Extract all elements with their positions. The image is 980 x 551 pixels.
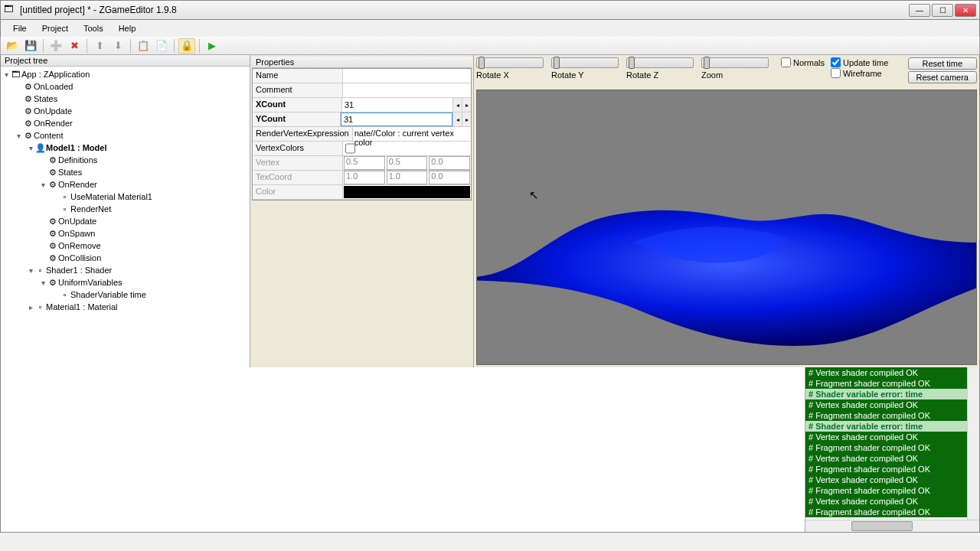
- wireframe-checkbox[interactable]: [831, 68, 841, 78]
- prop-rve-label: RenderVertexExpression: [253, 127, 353, 141]
- log-line: # Fragment shader compiled OK: [805, 464, 967, 474]
- menu-tools[interactable]: Tools: [76, 22, 111, 34]
- log-vscrollbar[interactable]: [967, 367, 979, 520]
- tree-item[interactable]: ⚙States: [2, 93, 248, 105]
- prop-comment-input[interactable]: [343, 83, 471, 97]
- tree-icon: ⚙: [47, 241, 58, 251]
- toolbar: 📂 💾 ➕ ✖ ⬆ ⬇ 📋 📄 🔒 ▶: [0, 37, 980, 55]
- tree-icon: ⚙: [47, 253, 58, 263]
- ycount-down-button[interactable]: ◂: [452, 112, 462, 126]
- bottom-left-pane[interactable]: [1, 367, 805, 532]
- lock-icon[interactable]: 🔒: [178, 38, 195, 54]
- tree-item[interactable]: ⚙OnLoaded: [2, 80, 248, 93]
- viewport-3d[interactable]: ↖: [476, 90, 977, 365]
- tree-icon: ⚙: [22, 119, 34, 129]
- tree-item[interactable]: ⚙OnCollision: [2, 252, 248, 264]
- expander-icon[interactable]: ▾: [39, 279, 47, 287]
- view3d-pane: Rotate X Rotate Y Rotate Z Zoom Normals …: [474, 55, 979, 367]
- prop-texcoord-y[interactable]: 1.0: [387, 171, 428, 184]
- tree-icon: ▫: [34, 266, 46, 275]
- prop-vertex-z[interactable]: 0.0: [429, 156, 470, 170]
- up-icon: ⬆: [91, 38, 108, 54]
- tree-item[interactable]: ▾▫Shader1 : Shader: [2, 264, 248, 276]
- tree-item[interactable]: ⚙Definitions: [2, 154, 248, 166]
- menu-help[interactable]: Help: [111, 22, 144, 34]
- update-time-checkbox[interactable]: [831, 57, 841, 67]
- prop-rve-value[interactable]: nate//Color : current vertex color: [353, 127, 471, 141]
- tree-icon: ⚙: [47, 229, 58, 239]
- xcount-down-button[interactable]: ◂: [452, 98, 462, 112]
- tree-label: OnRender: [58, 180, 97, 189]
- rotate-y-slider[interactable]: [551, 57, 619, 68]
- tree-item[interactable]: ⚙States: [2, 166, 248, 178]
- tree-item[interactable]: ▾⚙Content: [2, 129, 248, 142]
- prop-vertexcolors-checkbox[interactable]: [345, 143, 355, 154]
- tree-item[interactable]: ▾👤Model1 : Model: [2, 142, 248, 154]
- prop-name-label: Name: [253, 69, 343, 83]
- tree-item[interactable]: ⚙OnRender: [2, 117, 248, 129]
- project-tree[interactable]: ▾🗔App : ZApplication⚙OnLoaded⚙States⚙OnU…: [1, 67, 250, 367]
- rotate-z-slider[interactable]: [626, 57, 694, 68]
- tree-label: App : ZApplication: [21, 70, 90, 79]
- expander-icon[interactable]: ▾: [15, 132, 22, 140]
- tree-item[interactable]: ⚙OnUpdate: [2, 105, 248, 117]
- tree-icon: ▫: [34, 302, 46, 311]
- tree-item[interactable]: ▸▫Material1 : Material: [2, 301, 248, 313]
- tree-label: Model1 : Model: [46, 143, 106, 152]
- tree-label: OnUpdate: [58, 217, 96, 226]
- paste-icon[interactable]: 📄: [153, 38, 170, 54]
- window-title: [untitled project] * - ZGameEditor 1.9.8: [20, 5, 909, 15]
- prop-vertex-x[interactable]: 0.5: [344, 156, 385, 170]
- zoom-slider[interactable]: [701, 57, 769, 68]
- tree-item[interactable]: ▾🗔App : ZApplication: [2, 68, 248, 80]
- tree-item[interactable]: ▫UseMaterial Material1: [2, 191, 248, 203]
- close-button[interactable]: ✕: [955, 4, 976, 17]
- log-hscrollbar[interactable]: [805, 520, 979, 532]
- prop-color-swatch[interactable]: [344, 186, 470, 198]
- reset-time-button[interactable]: Reset time: [908, 57, 977, 70]
- prop-vertex-y[interactable]: 0.5: [387, 156, 428, 170]
- open-icon[interactable]: 📂: [4, 38, 21, 54]
- expander-icon[interactable]: ▸: [27, 303, 34, 311]
- menu-project[interactable]: Project: [34, 22, 76, 34]
- tree-item[interactable]: ⚙OnRemove: [2, 240, 248, 252]
- tree-label: UniformVariables: [58, 278, 122, 287]
- expander-icon[interactable]: ▾: [27, 144, 34, 152]
- prop-ycount-input[interactable]: [341, 112, 452, 126]
- reset-camera-button[interactable]: Reset camera: [908, 71, 977, 83]
- copy-icon[interactable]: 📋: [135, 38, 152, 54]
- run-icon[interactable]: ▶: [204, 38, 220, 54]
- tree-item[interactable]: ▾⚙OnRender: [2, 178, 248, 191]
- tree-item[interactable]: ▾⚙UniformVariables: [2, 276, 248, 289]
- tree-icon: 🗔: [10, 70, 21, 79]
- maximize-button[interactable]: ☐: [932, 4, 953, 17]
- tree-label: Content: [34, 131, 64, 140]
- rotate-x-slider[interactable]: [476, 57, 544, 68]
- prop-texcoord-x[interactable]: 1.0: [344, 171, 385, 184]
- expander-icon[interactable]: ▾: [2, 70, 10, 79]
- expander-icon[interactable]: ▾: [39, 181, 47, 189]
- titlebar: 🗔 [untitled project] * - ZGameEditor 1.9…: [0, 0, 980, 20]
- log-line: # Fragment shader compiled OK: [805, 378, 967, 389]
- normals-checkbox[interactable]: [781, 57, 791, 67]
- tree-item[interactable]: ▫ShaderVariable time: [2, 289, 248, 301]
- minimize-button[interactable]: —: [909, 4, 930, 17]
- tree-item[interactable]: ⚙OnSpawn: [2, 227, 248, 240]
- log-line: # Vertex shader compiled OK: [805, 367, 967, 378]
- prop-texcoord-z[interactable]: 0.0: [429, 171, 470, 184]
- menu-file[interactable]: File: [5, 22, 34, 34]
- save-icon[interactable]: 💾: [22, 38, 39, 54]
- prop-xcount-input[interactable]: [342, 98, 452, 112]
- delete-icon[interactable]: ✖: [66, 38, 83, 54]
- tree-item[interactable]: ⚙OnUpdate: [2, 215, 248, 227]
- log-error-line: # Shader variable error: time: [805, 421, 967, 432]
- prop-vertexcolors-label: VertexColors: [253, 142, 343, 155]
- log-body[interactable]: # Vertex shader compiled OK# Fragment sh…: [805, 367, 967, 520]
- prop-name-input[interactable]: [343, 69, 471, 83]
- expander-icon[interactable]: ▾: [27, 266, 34, 275]
- ycount-up-button[interactable]: ▸: [462, 112, 471, 126]
- xcount-up-button[interactable]: ▸: [462, 98, 471, 112]
- tree-item[interactable]: ▫RenderNet: [2, 203, 248, 215]
- prop-comment-label: Comment: [253, 83, 343, 97]
- log-line: # Vertex shader compiled OK: [805, 432, 967, 442]
